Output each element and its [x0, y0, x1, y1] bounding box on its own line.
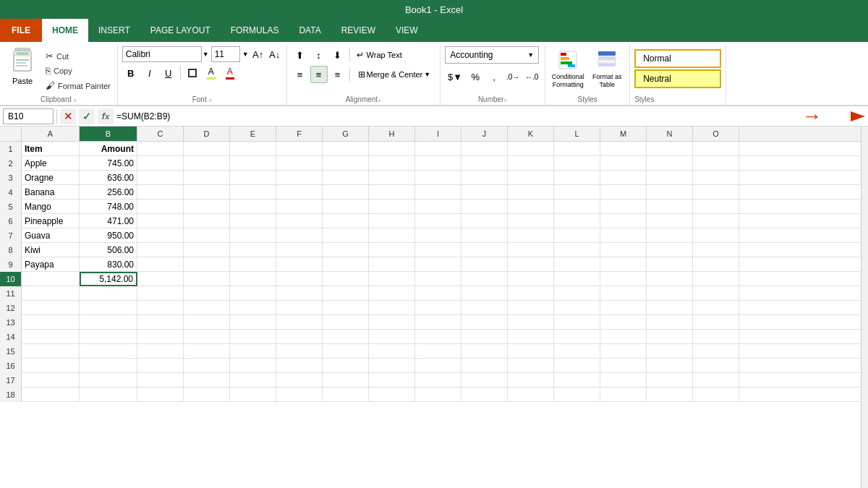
cell-M14[interactable] [600, 330, 647, 344]
cell-K16[interactable] [508, 359, 554, 373]
cell-O15[interactable] [693, 344, 739, 359]
align-expand-icon[interactable]: ⬦ [378, 96, 381, 103]
cell-C7[interactable] [137, 228, 184, 243]
cell-F12[interactable] [276, 301, 323, 315]
cell-J10[interactable] [461, 272, 508, 286]
cell-B4[interactable]: 256.00 [80, 185, 137, 200]
conditional-formatting-button[interactable]: ConditionalFormatting [550, 49, 586, 90]
cell-E10[interactable] [230, 272, 276, 286]
cell-A11[interactable] [22, 286, 80, 301]
cell-J15[interactable] [461, 344, 508, 359]
cell-L13[interactable] [554, 315, 600, 330]
row-number-6[interactable]: 6 [0, 214, 22, 228]
row-number-12[interactable]: 12 [0, 301, 22, 315]
cell-J16[interactable] [461, 359, 508, 373]
cell-K15[interactable] [508, 344, 554, 359]
comma-button[interactable]: , [485, 68, 503, 85]
cell-I15[interactable] [415, 344, 461, 359]
cell-F1[interactable] [276, 142, 323, 156]
cell-E2[interactable] [230, 156, 276, 171]
row-number-13[interactable]: 13 [0, 315, 22, 330]
font-name-dropdown-icon[interactable]: ▼ [203, 51, 209, 58]
row-number-8[interactable]: 8 [0, 243, 22, 257]
cell-M2[interactable] [600, 156, 647, 171]
cell-A5[interactable]: Mango [22, 200, 80, 214]
cell-C10[interactable] [137, 272, 184, 286]
cell-C5[interactable] [137, 200, 184, 214]
cell-G10[interactable] [323, 272, 369, 286]
align-center-button[interactable]: ≡ [310, 66, 328, 83]
row-number-2[interactable]: 2 [0, 156, 22, 171]
border-button[interactable] [184, 64, 201, 82]
cell-L14[interactable] [554, 330, 600, 344]
cell-B12[interactable] [80, 301, 137, 315]
row-number-1[interactable]: 1 [0, 142, 22, 156]
cell-L5[interactable] [554, 200, 600, 214]
align-right-button[interactable]: ≡ [329, 66, 346, 83]
cell-A7[interactable]: Guava [22, 228, 80, 243]
cancel-formula-button[interactable]: ✕ [60, 108, 76, 124]
cell-M11[interactable] [600, 286, 647, 301]
formula-input[interactable] [116, 108, 799, 124]
cell-J6[interactable] [461, 214, 508, 228]
cell-G18[interactable] [323, 388, 369, 402]
cell-H11[interactable] [369, 286, 415, 301]
cell-D7[interactable] [184, 228, 230, 243]
cell-H16[interactable] [369, 359, 415, 373]
cell-O14[interactable] [693, 330, 739, 344]
tab-data[interactable]: DATA [289, 19, 331, 42]
bold-button[interactable]: B [122, 64, 140, 82]
cell-D16[interactable] [184, 359, 230, 373]
cell-F4[interactable] [276, 185, 323, 200]
cell-D17[interactable] [184, 373, 230, 388]
row-number-11[interactable]: 11 [0, 286, 22, 301]
cell-G8[interactable] [323, 243, 369, 257]
align-top-button[interactable]: ⬆ [292, 46, 309, 64]
cell-C8[interactable] [137, 243, 184, 257]
cell-G13[interactable] [323, 315, 369, 330]
cell-E4[interactable] [230, 185, 276, 200]
cell-I12[interactable] [415, 301, 461, 315]
cell-H7[interactable] [369, 228, 415, 243]
cell-D18[interactable] [184, 388, 230, 402]
cell-H15[interactable] [369, 344, 415, 359]
cell-D8[interactable] [184, 243, 230, 257]
cell-B3[interactable]: 636.00 [80, 171, 137, 185]
cell-B17[interactable] [80, 373, 137, 388]
increase-decimal-button[interactable]: .0→ [504, 68, 522, 85]
cell-B9[interactable]: 830.00 [80, 257, 137, 272]
cell-I1[interactable] [415, 142, 461, 156]
col-header-D[interactable]: D [184, 127, 230, 141]
cell-L10[interactable] [554, 272, 600, 286]
font-size-dropdown-icon[interactable]: ▼ [242, 51, 249, 58]
cell-E6[interactable] [230, 214, 276, 228]
paste-button[interactable]: Paste [4, 46, 41, 87]
cell-J13[interactable] [461, 315, 508, 330]
cell-O1[interactable] [693, 142, 739, 156]
cell-H10[interactable] [369, 272, 415, 286]
cell-M1[interactable] [600, 142, 647, 156]
cell-G4[interactable] [323, 185, 369, 200]
cell-K9[interactable] [508, 257, 554, 272]
cell-B15[interactable] [80, 344, 137, 359]
cell-C12[interactable] [137, 301, 184, 315]
cell-H13[interactable] [369, 315, 415, 330]
cell-G3[interactable] [323, 171, 369, 185]
cell-N3[interactable] [647, 171, 693, 185]
cell-A14[interactable] [22, 330, 80, 344]
cell-O11[interactable] [693, 286, 739, 301]
cell-N7[interactable] [647, 228, 693, 243]
cell-M6[interactable] [600, 214, 647, 228]
cell-F9[interactable] [276, 257, 323, 272]
cell-A16[interactable] [22, 359, 80, 373]
cell-B11[interactable] [80, 286, 137, 301]
cell-O4[interactable] [693, 185, 739, 200]
cell-L3[interactable] [554, 171, 600, 185]
cell-E9[interactable] [230, 257, 276, 272]
font-color-button[interactable]: A [221, 64, 239, 82]
number-expand-icon[interactable]: ⬦ [503, 96, 507, 103]
cell-N16[interactable] [647, 359, 693, 373]
cell-M16[interactable] [600, 359, 647, 373]
cell-L2[interactable] [554, 156, 600, 171]
tab-review[interactable]: REVIEW [331, 19, 386, 42]
